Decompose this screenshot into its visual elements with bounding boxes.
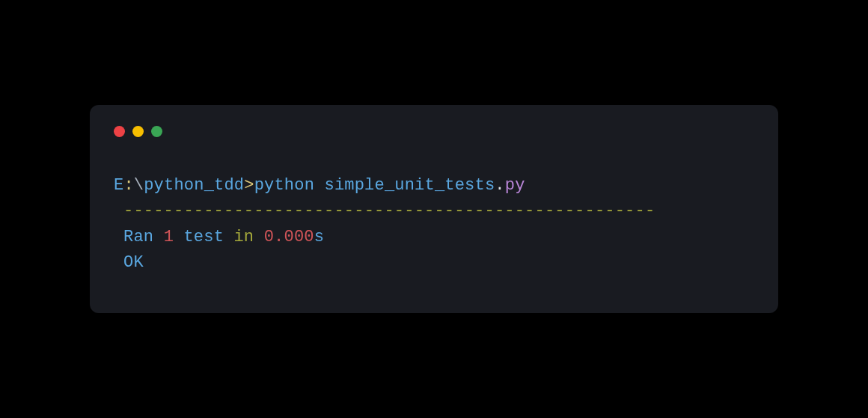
status-line: OK [114,250,754,276]
ran-word: Ran [123,228,153,246]
terminal-output: E:\python_tdd>python simple_unit_tests.p… [114,173,754,275]
command-prompt-line: E:\python_tdd>python simple_unit_tests.p… [114,173,754,199]
space [153,228,163,246]
minimize-icon[interactable] [132,126,144,137]
duration-value: 0.000 [264,228,314,246]
terminal-window: E:\python_tdd>python simple_unit_tests.p… [90,105,778,312]
script-filename: simple_unit_tests [324,176,495,195]
space [224,228,233,246]
separator-line: ----------------------------------------… [114,199,754,224]
test-result-line: Ran 1 test in 0.000s [114,225,754,250]
maximize-icon[interactable] [151,126,162,137]
prompt-drive: E [114,176,123,195]
prompt-colon: : [123,176,133,195]
separator-dashes: ----------------------------------------… [123,202,655,220]
space [174,228,183,246]
prompt-backslash: \ [134,176,144,195]
space [254,228,263,246]
status-ok: OK [123,253,144,272]
in-word: in [233,228,254,246]
prompt-gt: > [244,176,254,195]
duration-unit: s [314,228,324,246]
space [314,176,324,195]
prompt-directory: python_tdd [144,176,244,195]
close-icon[interactable] [114,126,125,137]
window-titlebar [114,126,754,137]
script-extension: py [505,176,525,195]
test-word: test [183,228,224,246]
filename-dot: . [495,176,504,195]
test-count: 1 [164,228,174,246]
command-name: python [254,176,314,195]
